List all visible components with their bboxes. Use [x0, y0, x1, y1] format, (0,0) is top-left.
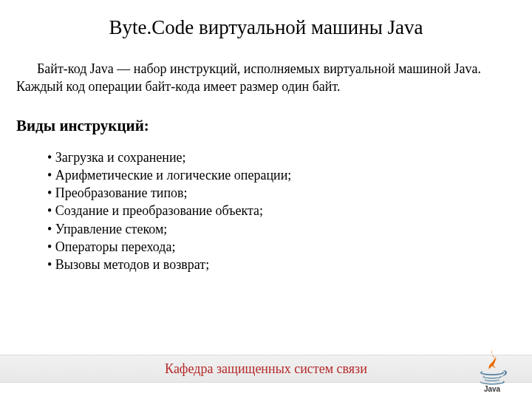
section-heading: Виды инструкций:: [16, 117, 511, 135]
footer-text: Кафедра защищенных систем связи: [165, 361, 367, 377]
list-item: Создание и преобразование объекта;: [47, 202, 511, 219]
list-item: Преобразование типов;: [47, 184, 511, 202]
java-logo-icon: Java: [468, 346, 516, 393]
footer-bar: Кафедра защищенных систем связи: [0, 355, 532, 383]
intro-paragraph: Байт-код Java — набор инструкций, исполн…: [16, 60, 511, 96]
slide-title: Byte.Code виртуальной машины Java: [50, 16, 482, 39]
bullet-list: Загрузка и сохранение; Арифметические и …: [47, 149, 511, 274]
list-item: Операторы перехода;: [47, 238, 511, 256]
list-item: Управление стеком;: [47, 220, 511, 238]
list-item: Загрузка и сохранение;: [47, 149, 511, 166]
list-item: Вызовы методов и возврат;: [47, 256, 511, 273]
java-logo-text: Java: [484, 385, 501, 393]
list-item: Арифметические и логические операции;: [47, 166, 511, 184]
slide: Byte.Code виртуальной машины Java Байт-к…: [0, 0, 532, 399]
